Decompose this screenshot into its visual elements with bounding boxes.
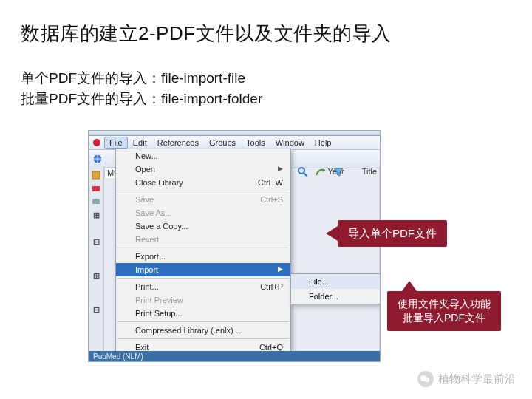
plus-icon[interactable]: ⊞	[91, 210, 101, 220]
folder-icon[interactable]	[91, 183, 101, 194]
menu-import[interactable]: Import▶	[116, 263, 290, 276]
menu-export[interactable]: Export...	[116, 250, 290, 263]
svg-rect-3	[92, 171, 100, 179]
line-2: 批量PDF文件的导入：file-import-folder	[21, 89, 262, 109]
minus-icon[interactable]: ⊟	[91, 236, 101, 247]
slide-title: 数据库的建立2-PDF文件以及文件夹的导入	[21, 21, 392, 47]
chevron-right-icon: ▶	[278, 265, 283, 274]
menu-help[interactable]: Help	[310, 137, 337, 149]
chevron-right-icon: ▶	[278, 165, 283, 174]
plus2-icon[interactable]: ⊞	[91, 270, 101, 281]
menu-window[interactable]: Window	[270, 137, 310, 149]
search-icon[interactable]	[297, 166, 309, 178]
submenu-folder[interactable]: Folder...	[291, 289, 380, 304]
menu-separator	[117, 278, 289, 279]
watermark-text: 植物科学最前沿	[438, 372, 516, 386]
menu-print[interactable]: Print...Ctrl+P	[116, 280, 290, 293]
instruction-text: 单个PDF文件的导入：file-import-file 批量PDF文件的导入：f…	[21, 68, 262, 109]
book-icon[interactable]	[91, 170, 101, 180]
callout2-line2: 批量导入PDF文件	[398, 311, 491, 325]
callout2-line1: 使用文件夹导入功能	[398, 297, 491, 311]
status-bar: PubMed (NLM)	[89, 351, 380, 361]
svg-point-0	[93, 139, 100, 146]
menu-edit[interactable]: Edit	[128, 137, 152, 149]
menu-save-copy[interactable]: Save a Copy...	[116, 219, 290, 233]
menu-print-preview: Print Preview	[116, 293, 290, 307]
menu-compressed[interactable]: Compressed Library (.enlx) ...	[116, 324, 290, 337]
svg-point-10	[425, 378, 429, 382]
funnel-icon[interactable]	[332, 166, 344, 178]
app-screenshot: File Edit References Groups Tools Window…	[88, 130, 381, 362]
line-1: 单个PDF文件的导入：file-import-file	[21, 68, 262, 89]
menu-print-setup[interactable]: Print Setup...	[116, 307, 290, 320]
callout-folder-import: 使用文件夹导入功能 批量导入PDF文件	[387, 291, 501, 331]
menu-separator	[117, 338, 289, 339]
submenu-file[interactable]: File...	[291, 274, 380, 289]
globe-icon[interactable]	[92, 153, 103, 165]
menu-save: SaveCtrl+S	[116, 193, 290, 206]
menu-new[interactable]: New...	[116, 149, 290, 163]
minus2-icon[interactable]: ⊟	[91, 304, 101, 315]
watermark: 植物科学最前沿	[417, 371, 516, 387]
menu-close-library[interactable]: Close LibraryCtrl+W	[116, 176, 290, 189]
col-title[interactable]: Title	[362, 167, 377, 176]
svg-point-7	[299, 168, 304, 174]
menu-separator	[117, 248, 289, 248]
menu-tools[interactable]: Tools	[241, 137, 270, 149]
svg-rect-4	[92, 186, 100, 191]
svg-rect-6	[92, 200, 100, 204]
callout-single-pdf: 导入单个PDF文件	[338, 220, 447, 247]
left-sidebar: ⊞ ⊟ ⊞ ⊟	[89, 167, 104, 361]
menu-references[interactable]: References	[152, 137, 204, 149]
menu-separator	[117, 321, 289, 322]
menu-file[interactable]: File	[104, 137, 128, 149]
menu-separator	[117, 191, 289, 191]
menu-revert: Revert	[116, 233, 290, 246]
app-icon	[92, 137, 102, 148]
wechat-icon	[417, 371, 434, 387]
svg-line-8	[304, 173, 307, 177]
db-icon[interactable]	[91, 197, 101, 207]
arrow-icon[interactable]	[315, 166, 327, 178]
menu-groups[interactable]: Groups	[204, 137, 241, 149]
import-submenu: File... Folder...	[290, 273, 381, 304]
file-menu-dropdown: New... Open▶ Close LibraryCtrl+W SaveCtr…	[115, 149, 291, 355]
status-text: PubMed (NLM)	[93, 352, 143, 361]
window-titlebar	[89, 131, 380, 136]
menu-save-as: Save As...	[116, 206, 290, 219]
menu-open[interactable]: Open▶	[116, 163, 290, 176]
